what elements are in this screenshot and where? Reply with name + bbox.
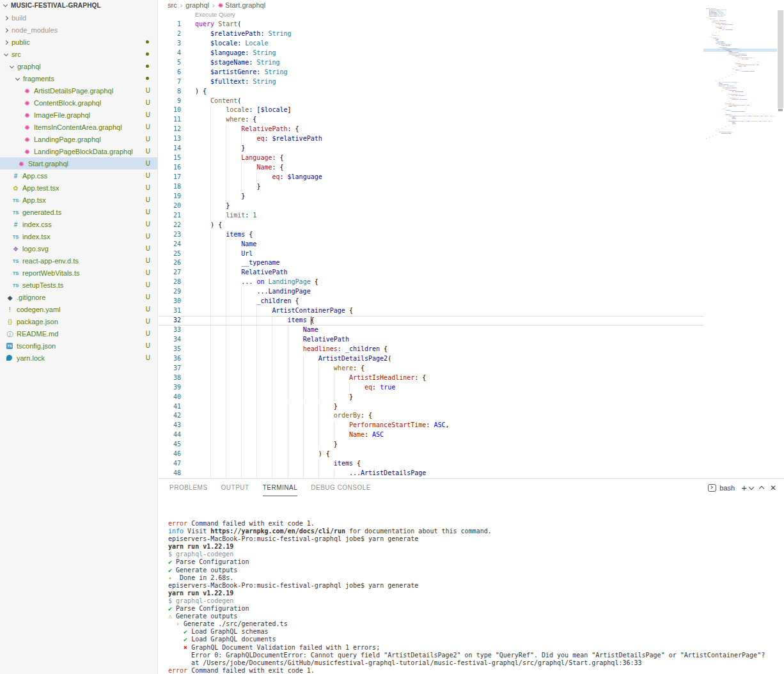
code-line[interactable]: 29...LandingPage bbox=[159, 287, 703, 297]
code-line[interactable]: 42orderBy: { bbox=[159, 411, 703, 421]
chevron-down-icon bbox=[4, 52, 8, 56]
explorer-item-yarn.lock[interactable]: yarn.lockU bbox=[0, 352, 157, 364]
code-line[interactable]: 26__typename bbox=[159, 258, 703, 268]
explorer-item-contentblock.graphql[interactable]: ✺ContentBlock.graphqlU bbox=[0, 97, 157, 109]
maximize-panel-icon[interactable] bbox=[759, 486, 764, 491]
explorer-item-app.test.tsx[interactable]: ✿App.test.tsxU bbox=[0, 182, 157, 194]
explorer-item-graphql[interactable]: graphql bbox=[0, 60, 157, 72]
code-line[interactable]: 16Name: { bbox=[159, 163, 703, 173]
explorer-item-start.graphql[interactable]: ✺Start.graphqlU bbox=[0, 157, 157, 169]
explorer-item-tsconfig.json[interactable]: TStsconfig.jsonU bbox=[0, 340, 157, 352]
code-line[interactable]: 46) { bbox=[159, 450, 703, 459]
explorer-item-readme.md[interactable]: ⓘREADME.mdU bbox=[0, 327, 157, 340]
breadcrumb-item-graphql[interactable]: graphql bbox=[185, 1, 209, 9]
breadcrumb-item-start.graphql[interactable]: Start.graphql bbox=[225, 1, 265, 9]
code-line[interactable]: 10locale: [$locale] bbox=[159, 106, 703, 115]
code-line[interactable]: 3$locale: Locale bbox=[159, 39, 703, 49]
code-line[interactable]: 20} bbox=[159, 201, 703, 211]
code-line[interactable]: 15Language: { bbox=[159, 153, 703, 163]
panel-tab-problems[interactable]: PROBLEMS bbox=[169, 479, 208, 496]
panel-tab-terminal[interactable]: TERMINAL bbox=[263, 479, 298, 496]
explorer-item-codegen.yaml[interactable]: !codegen.yamlU bbox=[0, 303, 157, 315]
code-line[interactable]: 31ArtistContainerPage { bbox=[159, 306, 703, 316]
minimap[interactable]: query Start( $relativePath: String $loca… bbox=[703, 0, 777, 478]
code-line[interactable]: 30_children { bbox=[159, 297, 703, 306]
explorer-item-index.tsx[interactable]: TSindex.tsxU bbox=[0, 230, 157, 242]
code-line[interactable]: 21limit: 1 bbox=[159, 211, 703, 221]
execute-query-codelens[interactable]: Execute Query bbox=[195, 11, 235, 18]
explorer-item-build[interactable]: build bbox=[0, 12, 157, 24]
breadcrumb-item-src[interactable]: src bbox=[168, 1, 177, 9]
code-line[interactable]: 12RelativePath: { bbox=[159, 125, 703, 134]
explorer-item-.gitignore[interactable]: ◆.gitignoreU bbox=[0, 291, 157, 303]
code-line[interactable]: 36ArtistDetailsPage2( bbox=[159, 354, 703, 364]
code-area[interactable]: 1query Start(2$relativePath: String3$loc… bbox=[159, 20, 703, 478]
shell-label: bash bbox=[719, 484, 735, 492]
close-panel-icon[interactable]: ✕ bbox=[770, 484, 776, 492]
code-line[interactable]: 6$artistGenre: String bbox=[159, 68, 703, 77]
code-line[interactable]: 39eq: true bbox=[159, 383, 703, 393]
editor-scrollbar[interactable] bbox=[777, 0, 784, 478]
code-line[interactable]: 18} bbox=[159, 182, 703, 192]
code-line[interactable]: 4$language: String bbox=[159, 49, 703, 58]
explorer-item-node-modules[interactable]: node_modules bbox=[0, 24, 157, 36]
code-line[interactable]: 28... on LandingPage { bbox=[159, 278, 703, 287]
code-line[interactable]: 32items { bbox=[159, 316, 703, 325]
panel-tab-output[interactable]: OUTPUT bbox=[221, 479, 249, 496]
code-line[interactable]: 13eq: $relativePath bbox=[159, 134, 703, 144]
code-line[interactable]: 35headlines: _children { bbox=[159, 345, 703, 354]
code-line[interactable]: 41} bbox=[159, 402, 703, 412]
terminal-output[interactable]: error Command failed with exit code 1.in… bbox=[168, 520, 784, 674]
code-line[interactable]: 23items { bbox=[159, 230, 703, 240]
code-line[interactable]: 7$fulltext: String bbox=[159, 77, 703, 87]
explorer-item-reportwebvitals.ts[interactable]: TSreportWebVitals.tsU bbox=[0, 267, 157, 279]
code-line[interactable]: 43PerformanceStartTime: ASC, bbox=[159, 421, 703, 430]
code-line[interactable]: 45} bbox=[159, 440, 703, 450]
code-line[interactable]: 33Name bbox=[159, 325, 703, 335]
explorer-item-app.tsx[interactable]: TSApp.tsxU bbox=[0, 194, 157, 206]
explorer-item-logo.svg[interactable]: ❖logo.svgU bbox=[0, 242, 157, 255]
code-line[interactable]: 11where: { bbox=[159, 115, 703, 125]
explorer-item-react-app-env.d.ts[interactable]: TSreact-app-env.d.tsU bbox=[0, 255, 157, 267]
scrollbar-thumb[interactable] bbox=[778, 10, 783, 108]
explorer-item-setuptests.ts[interactable]: TSsetupTests.tsU bbox=[0, 279, 157, 291]
code-line[interactable]: 27RelativePath bbox=[159, 268, 703, 278]
explorer-item-public[interactable]: public bbox=[0, 36, 157, 48]
explorer-item-artistdetailspage.graphql[interactable]: ✺ArtistDetailsPage.graphqlU bbox=[0, 84, 157, 97]
code-line[interactable]: 40} bbox=[159, 393, 703, 402]
explorer-item-generated.ts[interactable]: TSgenerated.tsU bbox=[0, 206, 157, 218]
code-line[interactable]: 47items { bbox=[159, 459, 703, 469]
code-line[interactable]: 22) { bbox=[159, 221, 703, 230]
explorer-item-landingpage.graphql[interactable]: ✺LandingPage.graphqlU bbox=[0, 133, 157, 145]
explorer-item-imagefile.graphql[interactable]: ✺ImageFile.graphqlU bbox=[0, 109, 157, 121]
code-line[interactable]: 17eq: $language bbox=[159, 173, 703, 182]
explorer-item-src[interactable]: src bbox=[0, 48, 157, 60]
code-line[interactable]: 48...ArtistDetailsPage bbox=[159, 469, 703, 478]
code-line[interactable]: 8) { bbox=[159, 87, 703, 97]
explorer-item-app.css[interactable]: #App.cssU bbox=[0, 169, 157, 182]
git-changes-dot-badge bbox=[146, 40, 149, 43]
code-line[interactable]: 37where: { bbox=[159, 364, 703, 373]
code-line[interactable]: 38ArtistIsHeadliner: { bbox=[159, 373, 703, 383]
code-line[interactable]: 34RelativePath bbox=[159, 335, 703, 345]
code-line[interactable]: 44Name: ASC bbox=[159, 430, 703, 440]
explorer-root-folder[interactable]: MUSIC-FESTIVAL-GRAPHQL bbox=[0, 0, 157, 12]
new-terminal-button[interactable]: + bbox=[741, 482, 747, 493]
panel-tab-debug-console[interactable]: DEBUG CONSOLE bbox=[311, 479, 371, 496]
terminal-dropdown-icon[interactable] bbox=[749, 484, 754, 489]
code-line[interactable]: 14} bbox=[159, 144, 703, 153]
shell-selector[interactable]: bash bbox=[708, 484, 735, 492]
explorer-item-landingpageblockdata.graphql[interactable]: ✺LandingPageBlockData.graphqlU bbox=[0, 145, 157, 157]
explorer-item-itemsincontentarea.graphql[interactable]: ✺ItemsInContentArea.graphqlU bbox=[0, 121, 157, 133]
code-line[interactable]: 25Url bbox=[159, 249, 703, 259]
code-line[interactable]: 9Content( bbox=[159, 97, 703, 106]
code-line[interactable]: 24Name bbox=[159, 240, 703, 249]
code-line[interactable]: 1query Start( bbox=[159, 20, 703, 29]
explorer-item-fragments[interactable]: fragments bbox=[0, 72, 157, 84]
explorer-item-index.css[interactable]: #index.cssU bbox=[0, 218, 157, 230]
line-number: 21 bbox=[159, 211, 181, 221]
code-line[interactable]: 2$relativePath: String bbox=[159, 29, 703, 39]
explorer-item-package.json[interactable]: {}package.jsonU bbox=[0, 315, 157, 327]
code-line[interactable]: 5$stageName: String bbox=[159, 58, 703, 68]
code-line[interactable]: 19} bbox=[159, 192, 703, 201]
